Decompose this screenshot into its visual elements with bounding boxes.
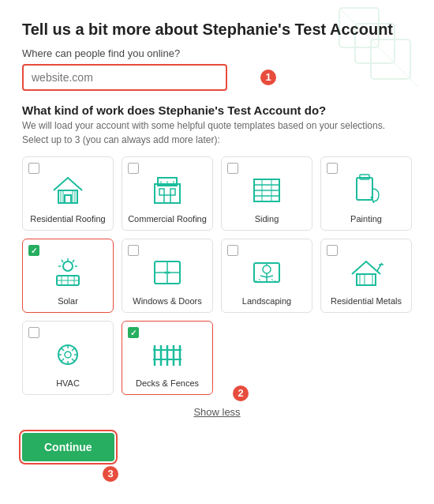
website-label: Where can people find you online? — [22, 47, 412, 59]
service-card-decks-fences[interactable]: Decks & Fences — [122, 321, 213, 395]
svg-rect-5 — [65, 195, 71, 203]
service-label-residential-metals: Residential Metals — [331, 296, 402, 306]
services-grid: Residential Roofing Commercial Roofing — [22, 156, 412, 395]
service-label-windows-doors: Windows & Doors — [133, 296, 201, 306]
checkbox-painting — [327, 163, 338, 174]
service-card-painting[interactable]: Painting — [320, 156, 412, 231]
checkbox-residential-metals — [327, 245, 338, 256]
annotation-badge-3: 3 — [103, 466, 118, 482]
svg-point-58 — [65, 352, 71, 358]
painting-icon — [347, 171, 385, 209]
service-label-decks-fences: Decks & Fences — [136, 378, 199, 388]
decks-icon — [148, 336, 186, 374]
svg-rect-12 — [159, 189, 164, 195]
checkbox-commercial-roofing — [128, 163, 139, 174]
service-label-commercial-roofing: Commercial Roofing — [128, 214, 207, 224]
select-hint: Select up to 3 (you can always add more … — [22, 134, 412, 145]
service-card-landscaping[interactable]: Landscaping — [221, 239, 312, 313]
solar-icon — [49, 254, 87, 291]
show-less-container: Show less — [22, 404, 412, 419]
service-label-painting: Painting — [350, 214, 382, 224]
checkbox-siding — [227, 163, 238, 174]
checkbox-landscaping — [227, 245, 238, 256]
continue-button[interactable]: Continue — [22, 433, 114, 461]
checkbox-windows-doors — [128, 245, 139, 256]
service-card-windows-doors[interactable]: Windows & Doors — [122, 239, 213, 313]
svg-rect-24 — [357, 178, 372, 200]
page-title: Tell us a bit more about Stephanie's Tes… — [22, 19, 412, 39]
roofing-icon — [49, 171, 87, 209]
svg-point-42 — [168, 272, 170, 274]
hvac-icon — [49, 336, 87, 374]
work-section-title: What kind of work does Stephanie's Test … — [22, 103, 412, 117]
work-section-desc: We will load your account with some help… — [22, 120, 412, 131]
service-card-commercial-roofing[interactable]: Commercial Roofing — [122, 156, 213, 231]
service-label-siding: Siding — [255, 214, 279, 224]
svg-point-44 — [263, 265, 271, 273]
service-card-residential-roofing[interactable]: Residential Roofing — [22, 156, 114, 231]
service-card-residential-metals[interactable]: Residential Metals — [320, 239, 412, 313]
svg-rect-2 — [371, 39, 410, 79]
siding-icon — [248, 171, 286, 209]
service-label-landscaping: Landscaping — [242, 296, 291, 306]
svg-point-41 — [165, 272, 167, 274]
metals-icon — [347, 254, 385, 291]
checkbox-residential-roofing — [28, 163, 39, 174]
page-container: 1 Tell us a bit more about Stephanie's T… — [0, 0, 434, 504]
svg-line-48 — [267, 276, 273, 277]
service-card-solar[interactable]: Solar — [22, 239, 114, 313]
svg-line-50 — [259, 279, 260, 280]
landscaping-icon — [248, 254, 286, 291]
checkbox-hvac — [28, 327, 39, 338]
checkbox-decks-fences — [128, 327, 139, 338]
checkbox-solar — [28, 245, 39, 256]
svg-line-32 — [62, 260, 63, 262]
service-card-siding[interactable]: Siding — [221, 156, 312, 231]
service-card-hvac[interactable]: HVAC — [22, 321, 114, 395]
annotation-badge-1: 1 — [260, 70, 276, 85]
svg-rect-14 — [164, 195, 170, 203]
svg-line-29 — [73, 260, 74, 262]
windows-icon — [148, 254, 186, 291]
svg-line-47 — [260, 276, 267, 277]
service-label-residential-roofing: Residential Roofing — [30, 214, 105, 224]
svg-point-27 — [63, 261, 73, 271]
website-input[interactable] — [22, 64, 227, 91]
commercial-icon — [148, 171, 186, 209]
service-label-solar: Solar — [58, 296, 78, 306]
svg-line-51 — [271, 279, 273, 280]
service-label-hvac: HVAC — [56, 378, 80, 388]
svg-rect-4 — [58, 190, 77, 203]
svg-rect-13 — [170, 189, 175, 195]
svg-rect-10 — [155, 184, 180, 203]
annotation-badge-2: 2 — [233, 386, 249, 401]
show-less-link[interactable]: Show less — [193, 406, 240, 418]
